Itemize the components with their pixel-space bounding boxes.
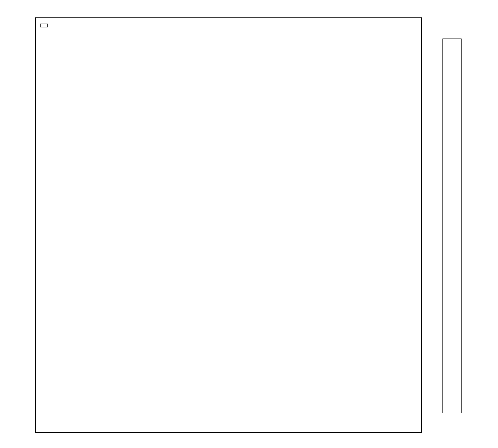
map-canvas [36, 18, 421, 432]
map-plot-area [35, 17, 422, 433]
info-box [40, 24, 48, 27]
colorbar [442, 39, 462, 413]
radar-figure [0, 0, 498, 448]
